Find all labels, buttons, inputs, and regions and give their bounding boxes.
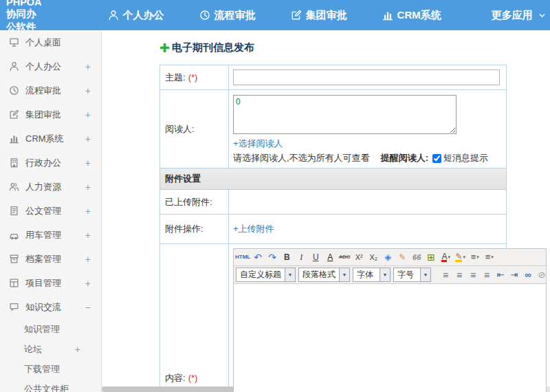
subject-input[interactable] bbox=[233, 69, 500, 85]
custom-heading-dropdown[interactable]: 自定义标题▼ bbox=[236, 268, 296, 282]
readers-textarea[interactable]: 0 bbox=[233, 95, 456, 134]
expand-toggle[interactable]: + bbox=[85, 133, 101, 144]
nav-label: 集团审批 bbox=[306, 9, 347, 22]
subscript-button[interactable]: X₂ bbox=[366, 250, 381, 264]
sidebar-item-admin-office[interactable]: 行政办公 + bbox=[0, 151, 101, 175]
project-icon bbox=[9, 278, 19, 288]
undo-button[interactable]: ↶ bbox=[251, 250, 265, 264]
upload-attachment-link[interactable]: +上传附件 bbox=[233, 224, 274, 234]
superscript-button[interactable]: X² bbox=[352, 250, 366, 264]
bold-button[interactable]: B bbox=[280, 250, 294, 264]
font-family-dropdown[interactable]: 字体▼ bbox=[353, 268, 390, 282]
align-center-button[interactable]: ≡ bbox=[452, 268, 466, 282]
readers-label: 阅读人: bbox=[165, 124, 195, 134]
unordered-list-button[interactable]: ≡▾ bbox=[482, 250, 496, 264]
page-header: ✚ 电子期刊信息发布 bbox=[157, 41, 550, 54]
paragraph-format-dropdown[interactable]: 段落格式▼ bbox=[298, 268, 350, 282]
sidebar-subitem-knowledge-mgmt[interactable]: 知识管理 bbox=[0, 319, 101, 339]
select-readers-link[interactable]: +选择阅读人 bbox=[233, 138, 283, 149]
nav-workflow-approval[interactable]: 流程审批 bbox=[188, 0, 280, 30]
sidebar-item-label: CRM系统 bbox=[25, 133, 85, 145]
font-style-button[interactable]: A bbox=[323, 250, 338, 264]
expand-toggle[interactable]: + bbox=[85, 157, 101, 168]
expand-toggle[interactable]: + bbox=[75, 344, 101, 355]
readers-hint-text: 请选择阅读人,不选为所有人可查看 bbox=[233, 152, 370, 164]
dropdown-caret-icon: ▼ bbox=[285, 268, 295, 281]
attachment-action-label-cell: 附件操作: bbox=[160, 215, 229, 244]
expand-toggle[interactable]: + bbox=[85, 254, 101, 265]
sidebar-item-knowledge-exchange[interactable]: 知识交流 − bbox=[0, 295, 101, 319]
blockquote-button[interactable]: 66 bbox=[410, 250, 424, 264]
editor-content-area[interactable] bbox=[234, 284, 546, 392]
sidebar-item-label: 个人桌面 bbox=[25, 36, 91, 49]
redo-button[interactable]: ↷ bbox=[265, 250, 280, 264]
sidebar-item-project-mgmt[interactable]: 项目管理 + bbox=[0, 271, 101, 295]
nav-personal-office[interactable]: 个人办公 bbox=[97, 0, 188, 30]
add-icon: ✚ bbox=[160, 43, 170, 54]
expand-toggle[interactable]: + bbox=[85, 278, 101, 289]
nav-crm-system[interactable]: CRM系统 bbox=[371, 0, 465, 30]
expand-toggle[interactable]: + bbox=[85, 85, 101, 96]
edit-icon bbox=[291, 10, 302, 21]
font-color-button[interactable]: A▾ bbox=[439, 250, 453, 264]
expand-toggle[interactable]: + bbox=[85, 230, 101, 241]
nav-label: 流程审批 bbox=[214, 9, 256, 22]
underline-button[interactable]: U bbox=[309, 250, 323, 264]
sidebar-submenu: 知识管理 论坛 + 下载管理 公共文件柜 bbox=[0, 319, 101, 392]
uploaded-attachment-label-cell: 已上传附件: bbox=[160, 190, 229, 215]
expand-toggle[interactable]: − bbox=[85, 302, 101, 313]
sidebar-item-label: 人力资源 bbox=[25, 181, 85, 193]
unlink-button[interactable]: ⊘ bbox=[535, 268, 549, 282]
align-left-button[interactable]: ≡ bbox=[439, 268, 452, 282]
align-right-button[interactable]: ≡ bbox=[466, 268, 480, 282]
sidebar-item-archive-mgmt[interactable]: 档案管理 + bbox=[0, 247, 101, 271]
italic-button[interactable]: I bbox=[294, 250, 309, 264]
editor-toolbar-row2: 自定义标题▼ 段落格式▼ 字体▼ 字号▼ bbox=[234, 266, 546, 284]
person-icon bbox=[108, 10, 119, 21]
sidebar-subitem-download-mgmt[interactable]: 下载管理 bbox=[0, 359, 101, 379]
sidebar-subitem-forum[interactable]: 论坛 + bbox=[0, 339, 101, 359]
sidebar-item-label: 知识交流 bbox=[25, 301, 85, 314]
expand-toggle[interactable]: + bbox=[85, 61, 101, 72]
outdent-button[interactable]: ⇤ bbox=[494, 268, 507, 282]
rich-text-editor: HTML ↶ ↷ B I U bbox=[233, 248, 547, 392]
sidebar-subitem-public-file-cabinet[interactable]: 公共文件柜 bbox=[0, 379, 101, 392]
source-code-button[interactable]: HTML bbox=[235, 250, 251, 264]
font-size-dropdown[interactable]: 字号▼ bbox=[393, 268, 431, 282]
dropdown-caret-icon: ▼ bbox=[380, 268, 390, 281]
document-icon bbox=[9, 206, 19, 216]
highlight-color-button[interactable]: ✎▾ bbox=[453, 250, 468, 264]
archive-icon bbox=[9, 254, 19, 264]
indent-button[interactable]: ⇥ bbox=[507, 268, 521, 282]
edit-icon bbox=[9, 109, 19, 120]
publish-form: 主题:(*) 阅读人: 0 +选择阅读人 请选择阅读人,不选为所有人可查看 bbox=[160, 65, 507, 392]
uploaded-attachment-value bbox=[229, 190, 507, 215]
sidebar-item-vehicle-mgmt[interactable]: 用车管理 + bbox=[0, 223, 101, 247]
expand-toggle[interactable]: + bbox=[85, 109, 101, 120]
sms-remind-checkbox[interactable] bbox=[432, 154, 441, 163]
sidebar-item-crm-system[interactable]: CRM系统 + bbox=[0, 127, 101, 151]
sidebar-item-hr[interactable]: 人力资源 + bbox=[0, 175, 101, 199]
sidebar-subitem-label: 公共文件柜 bbox=[24, 383, 80, 392]
sidebar-item-personal-office[interactable]: 个人办公 + bbox=[0, 54, 101, 78]
sidebar-item-personal-desktop[interactable]: 个人桌面 bbox=[0, 30, 101, 54]
format-brush-button[interactable]: ✎ bbox=[395, 250, 410, 264]
bar-chart-icon bbox=[382, 10, 393, 21]
page-title: 电子期刊信息发布 bbox=[172, 41, 254, 54]
ordered-list-button[interactable]: ≡▾ bbox=[468, 250, 482, 264]
link-button[interactable]: ∞ bbox=[521, 268, 535, 282]
remove-format-button[interactable]: ◈ bbox=[381, 250, 395, 264]
table-button[interactable]: ⊞ bbox=[424, 250, 439, 264]
sidebar-subitem-label: 论坛 bbox=[24, 343, 75, 356]
expand-toggle[interactable]: + bbox=[85, 182, 101, 193]
sidebar-item-workflow-approval[interactable]: 流程审批 + bbox=[0, 78, 101, 102]
sidebar-item-document-mgmt[interactable]: 公文管理 + bbox=[0, 199, 101, 223]
strikethrough-button[interactable]: ABC bbox=[338, 250, 352, 264]
nav-more-apps[interactable]: 更多应用 bbox=[465, 0, 550, 30]
chat-icon bbox=[9, 302, 19, 312]
align-justify-button[interactable]: ≡ bbox=[480, 268, 494, 282]
sidebar-item-group-approval[interactable]: 集团审批 + bbox=[0, 102, 101, 127]
sidebar-item-label: 档案管理 bbox=[25, 253, 85, 265]
expand-toggle[interactable]: + bbox=[85, 206, 101, 217]
nav-group-approval[interactable]: 集团审批 bbox=[280, 0, 371, 30]
